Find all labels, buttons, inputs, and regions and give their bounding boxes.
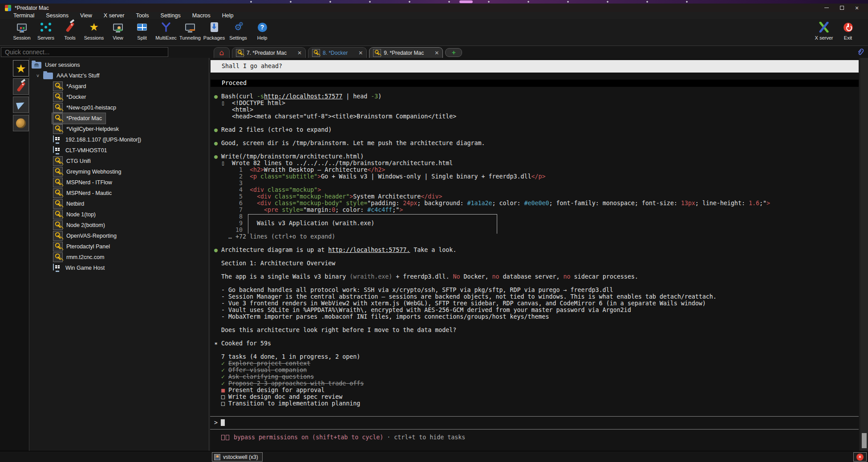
session-row-inner: Node 1(top) (52, 209, 99, 220)
sessions-sidebar: ★ User sessions˅AAA Vantz's Stuff*Asgard… (0, 58, 209, 451)
session-item[interactable]: MSPNerd - ITFlow (30, 177, 209, 188)
session-label: Win Game Host (65, 265, 105, 271)
menu-item-terminal[interactable]: Terminal (13, 12, 34, 19)
session-item[interactable]: Netbird (30, 199, 209, 209)
menu-item-x-server[interactable]: X server (104, 12, 125, 19)
toolbar-button-settings[interactable]: ⚙⚙Settings (227, 20, 249, 41)
alert-button[interactable]: × (853, 452, 867, 462)
terminal-output: ● Bash(curl -shttp://localhost:57577 | h… (214, 93, 770, 407)
session-item[interactable]: *Predator Mac (30, 113, 209, 124)
tab-7-predator-mac[interactable]: 7. *Predator Mac✕ (232, 47, 306, 58)
session-item[interactable]: Node 1(top) (30, 209, 209, 220)
chevron-down-icon[interactable]: ˅ (33, 73, 42, 78)
attachments-paperclip-icon[interactable] (856, 47, 865, 57)
scrollbar-thumb[interactable] (862, 433, 867, 448)
tab-close-icon[interactable]: ✕ (352, 50, 363, 56)
toolbar-label: MultiExec (155, 35, 177, 41)
background-window-tab-dots (249, 0, 699, 4)
proceed-option-selected[interactable]: Proceed (211, 80, 859, 87)
toolbar-button-servers[interactable]: Servers (35, 20, 57, 41)
new-tab-button[interactable]: + (445, 48, 462, 57)
tools-icon (64, 21, 76, 33)
folder-icon (43, 73, 53, 79)
session-item[interactable]: Pterodactyl Panel (30, 241, 209, 252)
toolbar-label: Help (257, 35, 268, 41)
tab-close-icon[interactable]: ✕ (428, 50, 439, 56)
rail-button-macros-plane[interactable] (13, 97, 29, 113)
session-item[interactable]: 192.168.1.107 ([UPS-Monitor]) (30, 134, 209, 145)
home-tab[interactable]: ⌂ (214, 47, 230, 58)
tab-close-icon[interactable]: ✕ (291, 50, 302, 56)
toolbar-label: Servers (37, 35, 54, 41)
session-item[interactable]: *Asgard (30, 81, 209, 92)
assistant-question-band: Shall I go ahead? (211, 60, 859, 73)
session-item[interactable]: rmm.t2cnc.com (30, 252, 209, 263)
toolbar-button-x-server[interactable]: X server (813, 20, 835, 41)
tab-9-predator-mac[interactable]: 9. *Predator Mac✕ (369, 47, 443, 58)
close-button[interactable]: × (849, 4, 864, 12)
session-item[interactable]: CTG Unifi (30, 156, 209, 166)
toolbar-button-sessions[interactable]: ★Sessions (83, 20, 105, 41)
tab-label: 7. *Predator Mac (247, 50, 287, 56)
terminal-line (214, 320, 770, 327)
menu-item-help[interactable]: Help (222, 12, 234, 19)
toolbar-button-split[interactable]: Split (131, 20, 153, 41)
session-row-inner: Netbird (52, 199, 88, 209)
session-item[interactable]: *New-cp01-heistacp (30, 102, 209, 113)
tree-folder[interactable]: ˅AAA Vantz's Stuff (30, 70, 209, 81)
menu-item-settings[interactable]: Settings (161, 12, 181, 19)
session-item[interactable]: *VigilCyber-Helpdesk (30, 124, 209, 134)
toolbar-button-tunneling[interactable]: ↔Tunneling (179, 20, 201, 41)
terminal-line (214, 280, 770, 287)
terminal-pane[interactable]: Shall I go ahead? Proceed ● Bash(curl -s… (210, 58, 859, 451)
tab-key-icon (236, 49, 244, 57)
pkg-icon (208, 21, 220, 33)
terminal-line: 4 <div class="mockup"> (214, 186, 770, 193)
prompt-input-box[interactable]: > (210, 416, 859, 430)
session-item[interactable]: Win Game Host (30, 263, 209, 273)
quick-connect-input[interactable] (1, 47, 168, 57)
alert-close-icon: × (856, 454, 864, 461)
menu-item-tools[interactable]: Tools (136, 12, 149, 19)
session-item[interactable]: OpenVAS-Reporting (30, 231, 209, 241)
ssh-key-icon (53, 210, 63, 219)
minimize-button[interactable] (819, 4, 834, 12)
terminal-line (214, 120, 770, 126)
toolbar-button-tools[interactable]: Tools (59, 20, 81, 41)
terminal-line: ✓ Ask clarifying questions (214, 373, 770, 380)
toolbar-button-packages[interactable]: Packages (203, 20, 225, 41)
maximize-button[interactable] (834, 4, 849, 12)
session-row-inner: Node 2(bottom) (52, 220, 109, 231)
tree-root-user-sessions[interactable]: User sessions (30, 60, 209, 70)
tab-8-docker[interactable]: 8. *Docker✕ (308, 47, 367, 58)
session-label: Pterodactyl Panel (66, 243, 110, 250)
terminal-line (214, 253, 770, 260)
session-icon (16, 21, 28, 33)
session-row-inner: Greyming Webhosting (52, 166, 125, 177)
toolbar-button-session[interactable]: Session (11, 20, 33, 41)
toolbar-label: Session (13, 35, 30, 41)
rdp-monitor-icon (53, 146, 62, 154)
toolbar-button-multiexec[interactable]: MultiExec (155, 20, 177, 41)
rail-button-remote-globe[interactable] (13, 115, 29, 131)
terminal-scrollbar[interactable] (860, 58, 868, 451)
toolbar-button-view[interactable]: View (107, 20, 129, 41)
rail-button-sessions-star[interactable]: ★ (13, 60, 29, 77)
session-item[interactable]: Greyming Webhosting (30, 166, 209, 177)
session-item[interactable]: Node 2(bottom) (30, 220, 209, 231)
menu-item-sessions[interactable]: Sessions (46, 12, 69, 19)
toolbar-button-exit[interactable]: Exit (837, 20, 859, 41)
multi-icon (160, 21, 172, 33)
rail-button-tools-knife[interactable] (13, 78, 29, 95)
session-item[interactable]: CLT-VMHOST01 (30, 145, 209, 156)
terminal-line: ■ Present design for approval (214, 387, 770, 393)
menu-item-view[interactable]: View (80, 12, 92, 19)
session-item[interactable]: *Docker (30, 92, 209, 102)
toolbar-label: Sessions (84, 35, 104, 41)
session-item[interactable]: MSPNerd - Mautic (30, 188, 209, 199)
menu-item-macros[interactable]: Macros (192, 12, 211, 19)
toolbar-button-help[interactable]: ?Help (251, 20, 273, 41)
plus-icon: + (452, 49, 456, 56)
toolbar-label: X server (815, 35, 833, 41)
user-session-button[interactable]: vstockwell (x3) (212, 452, 263, 462)
